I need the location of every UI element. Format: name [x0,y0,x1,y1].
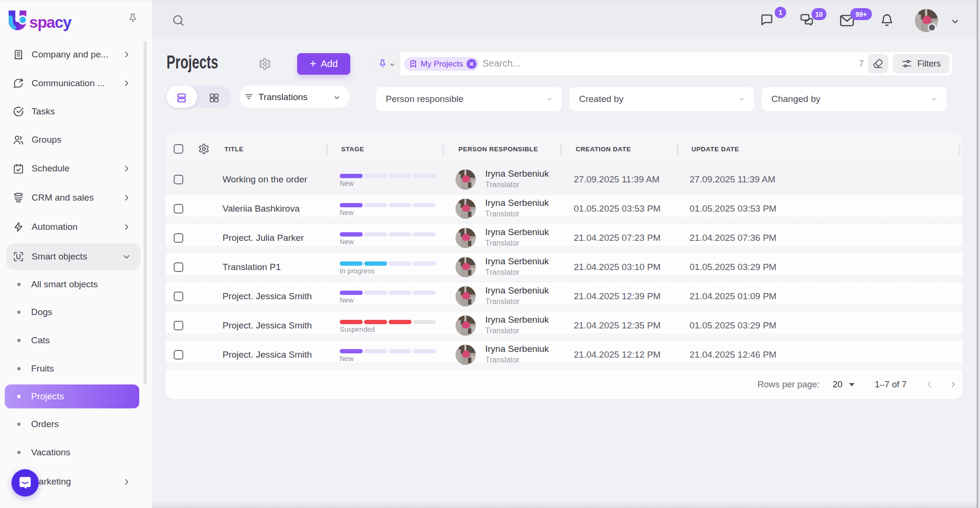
svg-text:spacy: spacy [29,13,72,31]
